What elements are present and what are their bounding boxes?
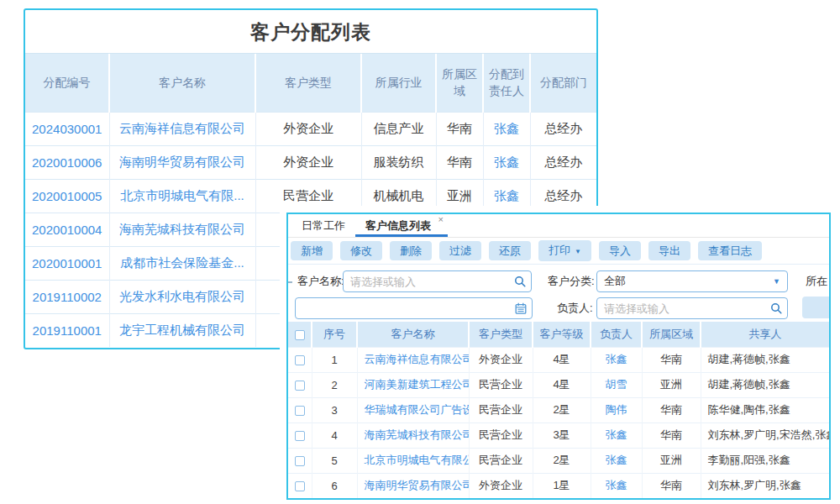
search-icon[interactable] bbox=[514, 276, 526, 287]
customer-type-cell: 外资企业 bbox=[255, 145, 361, 179]
shared-people-cell: 刘东林,罗广明,宋浩然,张鑫 bbox=[701, 423, 829, 448]
allocation-id-link[interactable]: 2024030001 bbox=[32, 122, 102, 136]
calendar-icon[interactable] bbox=[515, 302, 527, 314]
region-cell: 华南 bbox=[642, 397, 701, 423]
table-row: 3 华瑞城有限公司广告设计部 民营企业 2星 陶伟 华南 陈华健,陶伟,张鑫 bbox=[288, 397, 829, 423]
industry-cell: 服装纺织 bbox=[361, 145, 436, 179]
department-cell: 总经办 bbox=[530, 112, 596, 145]
clipped-button[interactable] bbox=[802, 297, 831, 318]
selected-option: 全部 bbox=[604, 275, 626, 287]
row-checkbox[interactable] bbox=[295, 456, 305, 466]
owner-link[interactable]: 陶伟 bbox=[606, 403, 627, 416]
customer-name-filter-input[interactable] bbox=[343, 270, 532, 292]
date-filter-input[interactable] bbox=[295, 297, 533, 319]
department-cell: 总经办 bbox=[530, 145, 596, 179]
region-cell: 华南 bbox=[642, 473, 701, 498]
allocation-id-link[interactable]: 2019110001 bbox=[33, 323, 102, 338]
tab-customer-info-list[interactable]: 客户信息列表 × bbox=[355, 214, 448, 237]
customer-name-link[interactable]: 光发水利水电有限公司 bbox=[119, 289, 245, 303]
customer-type-cell: 外资企业 bbox=[469, 473, 533, 498]
customer-level-cell: 4星 bbox=[533, 347, 591, 372]
delete-button[interactable]: 删除 bbox=[390, 241, 432, 260]
customer-name-link[interactable]: 华瑞城有限公司广告设计部 bbox=[365, 403, 470, 416]
row-number-cell: 6 bbox=[312, 473, 357, 498]
row-checkbox[interactable] bbox=[295, 355, 305, 365]
select-all-checkbox[interactable] bbox=[295, 330, 305, 340]
owner-link[interactable]: 张鑫 bbox=[494, 188, 519, 202]
customer-name-link[interactable]: 云南海祥信息有限公司 bbox=[119, 121, 245, 135]
edit-button[interactable]: 修改 bbox=[340, 241, 382, 260]
customer-name-link[interactable]: 海南明华贸易有限公司 bbox=[365, 479, 470, 491]
export-button[interactable]: 导出 bbox=[648, 241, 690, 260]
shared-people-cell: 胡建,蒋德帧,张鑫 bbox=[701, 372, 829, 397]
owner-link[interactable]: 张鑫 bbox=[494, 155, 519, 169]
row-number-cell: 3 bbox=[312, 397, 357, 423]
column-header: 共享人 bbox=[701, 322, 829, 347]
allocation-id-link[interactable]: 2020010004 bbox=[32, 223, 102, 237]
tab-daily-work[interactable]: 日常工作 bbox=[291, 214, 355, 237]
owner-link[interactable]: 张鑫 bbox=[606, 454, 627, 466]
search-icon[interactable] bbox=[770, 302, 782, 314]
import-button[interactable]: 导入 bbox=[599, 241, 641, 260]
page-title: 客户分配列表 bbox=[25, 10, 596, 54]
customer-name-link[interactable]: 云南海祥信息有限公司 bbox=[365, 353, 470, 365]
print-button[interactable]: 打印▼ bbox=[538, 240, 591, 261]
customer-type-cell: 外资企业 bbox=[255, 112, 361, 145]
column-header: 分配部门 bbox=[530, 54, 596, 112]
region-cell: 亚洲 bbox=[642, 372, 701, 397]
add-button[interactable]: 新增 bbox=[291, 241, 333, 260]
close-icon[interactable]: × bbox=[438, 215, 444, 224]
row-checkbox[interactable] bbox=[295, 406, 305, 416]
owner-link[interactable]: 张鑫 bbox=[606, 428, 627, 441]
customer-level-cell: 1星 bbox=[533, 473, 591, 498]
filter-button[interactable]: 过滤 bbox=[439, 241, 481, 260]
table-row: 6 海南明华贸易有限公司 外资企业 1星 张鑫 华南 刘东林,罗广明,张鑫 bbox=[288, 473, 829, 498]
filter-area: 客户名称: 客户分类: 全部 ▼ 所在 负责人: bbox=[288, 265, 829, 322]
owner-link[interactable]: 张鑫 bbox=[494, 121, 519, 135]
view-log-button[interactable]: 查看日志 bbox=[698, 241, 762, 260]
customer-table: 序号 客户名称 客户类型 客户等级 负责人 所属区域 共享人 1 云南海祥信息有… bbox=[288, 322, 829, 498]
customer-name-link[interactable]: 北京市明城电气有限... bbox=[120, 188, 244, 202]
column-header: 所属区域 bbox=[436, 54, 483, 112]
restore-button[interactable]: 还原 bbox=[489, 241, 531, 260]
allocation-table-header-row: 分配编号 客户名称 客户类型 所属行业 所属区域 分配到责任人 分配部门 bbox=[25, 54, 596, 112]
clipped-region-filter-label: 所在 bbox=[806, 270, 827, 292]
owner-link[interactable]: 张鑫 bbox=[606, 479, 627, 491]
row-number-cell: 4 bbox=[312, 423, 357, 448]
customer-name-link[interactable]: 北京市明城电气有限公司 bbox=[365, 454, 470, 466]
customer-name-link[interactable]: 海南芜城科技有限公司 bbox=[365, 428, 470, 441]
owner-link[interactable]: 胡雪 bbox=[606, 378, 627, 391]
customer-name-link[interactable]: 海南芜城科技有限公司 bbox=[119, 222, 245, 236]
customer-name-link[interactable]: 成都市社会保险基金... bbox=[120, 255, 244, 270]
allocation-id-link[interactable]: 2020010006 bbox=[32, 155, 102, 170]
row-number-cell: 5 bbox=[312, 448, 357, 473]
toolbar: 新增 修改 删除 过滤 还原 打印▼ 导入 导出 查看日志 bbox=[288, 238, 829, 265]
column-header: 负责人 bbox=[591, 322, 642, 347]
table-row: 2020010005 北京市明城电气有限... 民营企业 机械机电 亚洲 张鑫 … bbox=[25, 179, 596, 213]
allocation-id-link[interactable]: 2020010005 bbox=[32, 189, 102, 203]
customer-name-link[interactable]: 龙宇工程机械有限公司 bbox=[119, 323, 245, 337]
customer-level-cell: 4星 bbox=[533, 372, 591, 397]
customer-category-select[interactable]: 全部 ▼ bbox=[596, 270, 788, 292]
owner-filter-input[interactable] bbox=[596, 297, 788, 319]
customer-name-link[interactable]: 河南美新建筑工程公司 bbox=[365, 378, 470, 391]
region-cell: 华南 bbox=[642, 423, 701, 448]
row-checkbox[interactable] bbox=[295, 381, 305, 391]
industry-cell: 信息产业 bbox=[361, 112, 436, 145]
tab-label: 客户信息列表 bbox=[365, 219, 431, 232]
column-header: 分配编号 bbox=[25, 54, 109, 112]
row-checkbox[interactable] bbox=[295, 481, 305, 491]
allocation-id-link[interactable]: 2019110002 bbox=[33, 290, 102, 304]
region-cell: 亚洲 bbox=[642, 448, 701, 473]
customer-name-link[interactable]: 海南明华贸易有限公司 bbox=[119, 155, 245, 169]
allocation-id-link[interactable]: 2020010001 bbox=[32, 256, 102, 270]
row-number-cell: 1 bbox=[312, 347, 357, 372]
column-header: 客户等级 bbox=[533, 322, 591, 347]
region-cell: 华南 bbox=[642, 347, 701, 372]
row-checkbox[interactable] bbox=[295, 431, 305, 441]
table-row: 2020010006 海南明华贸易有限公司 外资企业 服装纺织 华南 张鑫 总经… bbox=[25, 145, 596, 179]
column-header: 所属行业 bbox=[361, 54, 436, 112]
customer-info-panel: 日常工作 客户信息列表 × 新增 修改 删除 过滤 还原 打印▼ 导入 导出 查… bbox=[286, 213, 831, 500]
owner-link[interactable]: 张鑫 bbox=[606, 353, 627, 365]
tab-label: 日常工作 bbox=[302, 219, 345, 232]
